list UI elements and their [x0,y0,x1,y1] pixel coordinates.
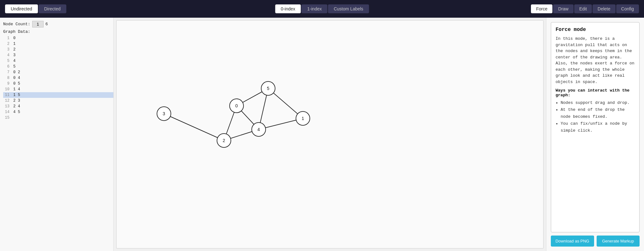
node-count-label: Node Count: [3,22,30,27]
interact-list-item: At the end of the drop the node becomes … [561,106,635,120]
node-count-display: 6 [45,22,48,27]
line-number: 13 [3,104,12,109]
graph-data-lines: 10213243546570 280 490 5101 4111 5122 31… [3,35,113,121]
left-panel: Node Count: 6 Graph Data: 10213243546570… [0,18,114,251]
line-row: 111 5 [3,92,113,98]
index-type-group: 0-index 1-index Custom Labels [275,4,369,13]
line-number: 14 [3,110,12,114]
main-content: Node Count: 6 Graph Data: 10213243546570… [0,18,644,251]
line-number: 5 [3,59,12,63]
force-mode-box: Force mode In this mode, there is a grav… [551,22,640,232]
node-label: 0 [235,103,238,108]
directed-button[interactable]: Directed [39,4,66,13]
line-content: 2 4 [12,104,20,109]
generate-markup-button[interactable]: Generate Markup [597,236,640,247]
graph-node[interactable]: 3 [157,107,171,121]
line-row: 70 2 [3,69,113,75]
line-number: 3 [3,47,12,52]
mode-buttons-group: Force Draw Edit Delete Config [531,4,639,13]
graph-node[interactable]: 0 [230,99,244,113]
force-mode-button[interactable]: Force [531,4,552,13]
force-mode-title: Force mode [556,27,635,33]
canvas-area[interactable]: 012345 [116,20,544,248]
graph-node[interactable]: 4 [252,123,266,136]
node-count-row: Node Count: 6 [3,21,113,27]
node-label: 4 [257,127,260,132]
line-number: 4 [3,53,12,57]
node-label: 3 [163,111,165,116]
line-row: 122 3 [3,98,113,104]
graph-node[interactable]: 1 [296,111,310,125]
line-content: 1 4 [12,87,20,92]
interact-list-item: Nodes support drag and drop. [561,99,635,106]
undirected-button[interactable]: Undirected [5,4,38,13]
interact-title: Ways you can interact with the graph: [556,88,635,98]
node-label: 1 [302,116,304,121]
node-label: 5 [267,86,269,91]
line-content: 0 2 [12,70,20,75]
force-mode-desc: In this mode, there is a gravitation pul… [556,36,635,85]
custom-labels-button[interactable]: Custom Labels [328,4,369,13]
action-buttons: Download as PNG Generate Markup [551,236,640,247]
line-content: 3 [12,53,15,57]
graph-node[interactable]: 5 [261,81,275,95]
line-content: 0 [12,36,15,40]
node-label: 2 [223,138,225,143]
interact-list: Nodes support drag and drop.At the end o… [556,99,635,134]
line-row: 15 [3,115,113,121]
line-number: 10 [3,87,12,92]
line-content: 5 [12,64,15,69]
line-content: 2 3 [12,99,20,103]
line-row: 132 4 [3,104,113,109]
line-row: 21 [3,41,113,47]
line-number: 15 [3,116,12,120]
graph-type-group: Undirected Directed [5,4,66,13]
graph-node[interactable]: 2 [217,134,231,147]
download-png-button[interactable]: Download as PNG [551,236,594,247]
line-row: 10 [3,35,113,41]
line-content: 4 5 [12,110,20,114]
edit-mode-button[interactable]: Edit [574,4,592,13]
line-content: 0 4 [12,76,20,80]
delete-mode-button[interactable]: Delete [593,4,615,13]
line-number: 12 [3,99,12,103]
graph-svg: 012345 [117,21,543,248]
draw-mode-button[interactable]: Draw [553,4,574,13]
line-number: 1 [3,36,12,40]
line-content: 2 [12,47,15,52]
line-content: 0 5 [12,81,20,86]
line-row: 65 [3,64,113,69]
top-bar: Undirected Directed 0-index 1-index Cust… [0,0,644,18]
line-row: 43 [3,52,113,58]
line-number: 9 [3,81,12,86]
line-number: 2 [3,42,12,46]
line-content: 4 [12,59,15,63]
line-content: 1 [12,42,15,46]
line-row: 90 5 [3,81,113,87]
line-content: 1 5 [12,93,20,97]
zero-index-button[interactable]: 0-index [275,4,301,13]
interact-list-item: You can fix/unfix a node by simple click… [561,120,635,134]
line-number: 7 [3,70,12,75]
line-number: 6 [3,64,12,69]
line-number: 11 [3,93,12,97]
one-index-button[interactable]: 1-index [302,4,328,13]
line-number: 8 [3,76,12,80]
config-mode-button[interactable]: Config [616,4,639,13]
graph-data-label: Graph Data: [3,29,113,34]
line-row: 32 [3,47,113,52]
line-row: 80 4 [3,75,113,81]
line-row: 144 5 [3,109,113,115]
node-count-input[interactable] [32,21,44,27]
line-row: 101 4 [3,87,113,92]
graph-edge [164,114,224,140]
right-panel: Force mode In this mode, there is a grav… [546,18,644,251]
line-row: 54 [3,58,113,64]
